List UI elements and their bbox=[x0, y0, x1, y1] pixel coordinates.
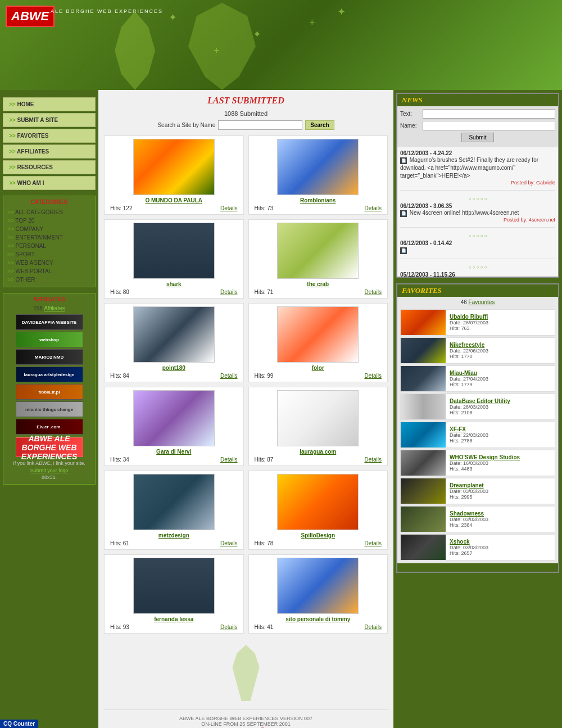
footer: ABWE ALE BORGHE WEB EXPERIENCES VERSION … bbox=[104, 709, 388, 728]
fav-item-3[interactable]: DataBase Editor Utility Date: 28/03/2003… bbox=[400, 394, 555, 420]
site-name-4[interactable]: point180 bbox=[107, 365, 241, 371]
fav-item-4[interactable]: XF-FX Date: 22/03/2003 Hits: 2788 bbox=[400, 422, 555, 448]
logo[interactable]: ABWE bbox=[6, 6, 55, 27]
details-link-3[interactable]: Details bbox=[364, 289, 382, 295]
details-link-5[interactable]: Details bbox=[364, 373, 382, 379]
fav-name-8[interactable]: Xshock bbox=[450, 539, 554, 545]
fav-name-0[interactable]: Ubaldo Ribuffi bbox=[450, 314, 554, 320]
cat-all[interactable]: ALL CATEGORIES bbox=[6, 208, 92, 216]
badge-mionim[interactable]: mionim things change bbox=[16, 401, 83, 417]
news-scroll[interactable]: 06/12/2003 - 4.24.22 📄 Magurno's brushes… bbox=[397, 147, 558, 277]
site-thumb-0 bbox=[133, 139, 215, 195]
site-name-7[interactable]: lauragua.com bbox=[252, 449, 385, 455]
site-name-1[interactable]: Romblonians bbox=[252, 197, 385, 204]
fav-name-2[interactable]: Miau-Miau bbox=[450, 370, 554, 376]
badge-lauragua[interactable]: lauragua artstyledesign bbox=[16, 367, 83, 382]
details-link-4[interactable]: Details bbox=[220, 373, 238, 379]
site-name-6[interactable]: Gara di Nervi bbox=[107, 449, 241, 455]
details-link-10[interactable]: Details bbox=[220, 624, 238, 630]
fav-item-5[interactable]: WHO'SWE Design Studios Date: 16/03/2003 … bbox=[400, 450, 555, 476]
cat-top20[interactable]: TOP 20 bbox=[6, 216, 92, 225]
site-hits-7: Hits: 87 bbox=[255, 456, 274, 463]
search-label: Search a Site by Name bbox=[157, 122, 215, 128]
nav-item-submit[interactable]: SUBMIT A SITE bbox=[3, 113, 96, 127]
site-thumb-10 bbox=[133, 558, 215, 614]
site-card-2: shark Hits: 80 Details bbox=[104, 219, 244, 299]
badge-elver[interactable]: Elv.er .com. bbox=[16, 419, 83, 435]
fav-item-0[interactable]: Ubaldo Ribuffi Date: 26/07/2003 Hits: 76… bbox=[400, 309, 555, 336]
badge-davidezappia[interactable]: DAVIDEZAPPIA WEBSITE bbox=[16, 314, 83, 330]
details-link-8[interactable]: Details bbox=[220, 540, 238, 546]
fav-hits-0: Hits: 763 bbox=[450, 325, 554, 331]
site-thumb-9 bbox=[277, 474, 359, 530]
site-card-5: folor Hits: 99 Details bbox=[248, 303, 388, 382]
site-name-11[interactable]: sito personale di tommy bbox=[252, 616, 385, 622]
news-submit-button[interactable]: Submit bbox=[461, 133, 493, 142]
nav-item-favorites[interactable]: FAVORITES bbox=[3, 129, 96, 143]
abwe-logo-badge[interactable]: ABWE ALE BORGHE WEB EXPERIENCES bbox=[16, 437, 83, 457]
search-input[interactable] bbox=[218, 120, 302, 130]
bottom-silhouette-area bbox=[104, 645, 388, 701]
details-link-6[interactable]: Details bbox=[220, 456, 238, 463]
nav-item-resources[interactable]: RESOURCES bbox=[3, 160, 96, 174]
site-stats-10: Hits: 93 Details bbox=[107, 624, 241, 630]
site-name-3[interactable]: the crab bbox=[252, 281, 385, 287]
news-name-input[interactable] bbox=[423, 121, 555, 130]
cat-personal[interactable]: PERSONAL bbox=[6, 242, 92, 250]
submit-logo-link[interactable]: Submit your logo bbox=[30, 468, 69, 473]
favorites-count-link[interactable]: Favourites bbox=[469, 299, 495, 305]
site-name-8[interactable]: metzdesign bbox=[107, 532, 241, 539]
details-link-7[interactable]: Details bbox=[364, 456, 382, 463]
badge-webshop[interactable]: webshop bbox=[16, 332, 83, 347]
site-hits-1: Hits: 73 bbox=[255, 205, 274, 211]
details-link-9[interactable]: Details bbox=[364, 540, 382, 546]
details-link-0[interactable]: Details bbox=[220, 205, 238, 211]
details-link-11[interactable]: Details bbox=[364, 624, 382, 630]
cq-counter[interactable]: CQ Counter bbox=[0, 720, 38, 728]
cat-entertainment[interactable]: ENTERTAINMENT bbox=[6, 233, 92, 242]
fav-item-8[interactable]: Xshock Date: 03/03/2003 Hits: 2657 bbox=[400, 534, 555, 560]
cat-web-agency[interactable]: WEB AGENCY bbox=[6, 259, 92, 267]
star-decor2: ✦ bbox=[253, 28, 261, 40]
details-link-2[interactable]: Details bbox=[220, 289, 238, 295]
nav-item-affiliates[interactable]: AFFILIATES bbox=[3, 144, 96, 159]
fav-thumb-2 bbox=[401, 366, 446, 391]
cat-sport[interactable]: SPORT bbox=[6, 250, 92, 259]
news-icon-2: 📄 bbox=[400, 247, 407, 254]
fav-name-7[interactable]: Shadowness bbox=[450, 510, 554, 517]
cat-company[interactable]: COMPANY bbox=[6, 225, 92, 233]
news-text-input[interactable] bbox=[423, 109, 555, 119]
fav-item-7[interactable]: Shadowness Date: 03/03/2003 Hits: 2384 bbox=[400, 506, 555, 532]
fav-item-1[interactable]: Nikefreestyle Date: 22/06/2003 Hits: 177… bbox=[400, 337, 555, 364]
fav-name-1[interactable]: Nikefreestyle bbox=[450, 342, 554, 348]
fav-name-5[interactable]: WHO'SWE Design Studios bbox=[450, 454, 554, 460]
site-card-7: lauragua.com Hits: 87 Details bbox=[248, 387, 388, 466]
site-card-0: O MUNDO DA PAULA Hits: 122 Details bbox=[104, 135, 244, 215]
cat-web-portal[interactable]: WEB PORTAL bbox=[6, 267, 92, 275]
details-link-1[interactable]: Details bbox=[364, 205, 382, 211]
fav-name-4[interactable]: XF-FX bbox=[450, 426, 554, 432]
site-thumb-5 bbox=[277, 306, 359, 363]
news-dots-2: ○ ○ ○ ○ ○ bbox=[400, 265, 555, 270]
badge-mario2[interactable]: MARIO2 NMD bbox=[16, 349, 83, 365]
fav-item-2[interactable]: Miau-Miau Date: 27/04/2003 Hits: 1779 bbox=[400, 365, 555, 392]
site-name-10[interactable]: fernanda lessa bbox=[107, 616, 241, 622]
fav-name-3[interactable]: DataBase Editor Utility bbox=[450, 398, 554, 404]
badge-fibbia[interactable]: fibbia.fr.pl bbox=[16, 384, 83, 400]
favorites-box: FAVORITES 46 Favourites Ubaldo Ribuffi D… bbox=[396, 283, 559, 573]
site-name-9[interactable]: SpilloDesign bbox=[252, 532, 385, 539]
site-name-2[interactable]: shark bbox=[107, 281, 241, 287]
fav-item-6[interactable]: Dreamplanet Date: 03/03/2003 Hits: 2995 bbox=[400, 478, 555, 504]
site-card-1: Romblonians Hits: 73 Details bbox=[248, 135, 388, 215]
fav-name-6[interactable]: Dreamplanet bbox=[450, 482, 554, 489]
nav-item-whoami[interactable]: WHO AM I bbox=[3, 176, 96, 190]
search-button[interactable]: Search bbox=[305, 120, 334, 130]
cat-other[interactable]: OTHER bbox=[6, 275, 92, 284]
affiliates-link[interactable]: Affiliates bbox=[44, 305, 65, 311]
site-name-0[interactable]: O MUNDO DA PAULA bbox=[107, 197, 241, 204]
site-name-5[interactable]: folor bbox=[252, 365, 385, 371]
news-item-0: 06/12/2003 - 4.24.22 📄 Magurno's brushes… bbox=[400, 150, 555, 191]
affiliates-section: AFFILIATES 158 Affiliates DAVIDEZAPPIA W… bbox=[3, 293, 96, 485]
nav-item-home[interactable]: HOME bbox=[3, 97, 96, 111]
star-decor: ✦ bbox=[169, 11, 177, 24]
